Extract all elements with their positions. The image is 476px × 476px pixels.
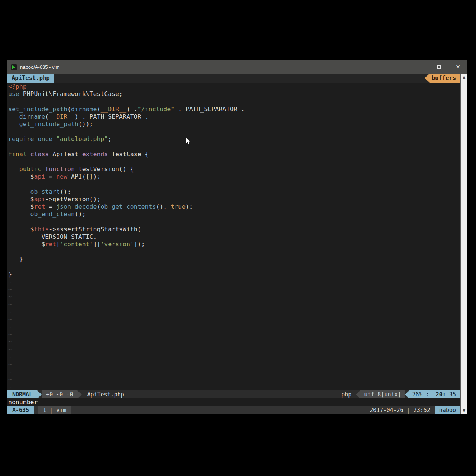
vim-window: naboo/A-635 - vim ✕ ApiTest.php buffers … (7, 60, 467, 414)
empty-line-tilde: ~ (8, 376, 460, 383)
empty-line-tilde: ~ (8, 316, 460, 323)
empty-line-tilde: ~ (8, 300, 460, 308)
powerline-arrow-icon (356, 390, 360, 399)
empty-line-tilde: ~ (8, 383, 460, 391)
code-line: $api->getVersion(); (8, 196, 460, 203)
tab-apitest[interactable]: ApiTest.php (7, 74, 54, 83)
tmux-clock: 2017-04-26 | 23:52 (370, 406, 430, 414)
code-line (8, 158, 460, 165)
cursor-col: 35 (446, 391, 456, 398)
statusline-spacer (129, 390, 337, 398)
buffers-arrow-icon (425, 74, 430, 83)
encoding-indicator: utf-8[unix] (360, 390, 405, 398)
powerline-arrow-icon (37, 390, 42, 399)
code-line: public function testVersion() { (8, 165, 460, 173)
editor-area[interactable]: <?phpuse PHPUnit\Framework\TestCase; set… (7, 83, 460, 390)
code-lines: <?phpuse PHPUnit\Framework\TestCase; set… (7, 83, 460, 390)
empty-line-tilde: ~ (8, 361, 460, 368)
close-button[interactable]: ✕ (448, 60, 467, 74)
code-line: VERSION_STATIC, (8, 233, 460, 241)
empty-line-tilde: ~ (8, 286, 460, 293)
window-title: naboo/A-635 - vim (20, 64, 60, 70)
code-line: dirname(__DIR__) . PATH_SEPARATOR . (8, 113, 460, 120)
code-line: ob_start(); (8, 188, 460, 196)
vim-terminal-icon (11, 64, 17, 70)
code-line: $ret['content']['version']); (8, 241, 460, 248)
code-line: } (8, 255, 460, 263)
powerline-arrow-icon (77, 390, 82, 399)
code-line: get_include_path()); (8, 120, 460, 128)
code-line: require_once "autoload.php"; (8, 135, 460, 143)
position-indicator: 76% : 20: 35 (409, 390, 460, 398)
code-line: $ret = json_decode(ob_get_contents(), tr… (8, 203, 460, 210)
buffers-tag: buffers (425, 74, 460, 83)
code-line: $this->assertStringStartsWith( (8, 226, 460, 233)
tmux-time: 23:52 (414, 407, 430, 414)
cursor-line-num: 20: (436, 391, 446, 398)
code-line (8, 263, 460, 271)
tmux-window-number: 1 (43, 407, 49, 414)
code-line: } (8, 271, 460, 278)
tmux-spacer (71, 406, 370, 414)
code-line (8, 98, 460, 105)
statusline-filename: ApiTest.php (82, 390, 129, 398)
empty-line-tilde: ~ (8, 353, 460, 361)
scroll-up-icon[interactable]: ∧ (461, 74, 467, 81)
empty-line-tilde: ~ (8, 346, 460, 353)
code-line (8, 128, 460, 135)
tabline: ApiTest.php buffers (7, 74, 460, 83)
code-line: $api = new API([]); (8, 173, 460, 180)
empty-line-tilde: ~ (8, 368, 460, 376)
filetype-indicator: php (337, 390, 356, 398)
tmux-window-name: vim (56, 407, 66, 414)
code-line: <?php (8, 83, 460, 90)
tmux-hostname: naboo (435, 406, 460, 414)
code-line (8, 218, 460, 225)
empty-line-tilde: ~ (8, 338, 460, 345)
code-line (8, 143, 460, 151)
mouse-cursor-icon (186, 137, 191, 145)
maximize-icon (437, 65, 441, 69)
scrollbar[interactable]: ∧ ∨ (460, 74, 467, 414)
code-line: ob_end_clean(); (8, 210, 460, 218)
tmux-statusbar: A-635 1 | vim 2017-04-26 | 23:52 naboo (7, 406, 460, 414)
titlebar[interactable]: naboo/A-635 - vim ✕ (7, 60, 467, 74)
empty-line-tilde: ~ (8, 331, 460, 338)
tmux-date: 2017-04-26 (370, 407, 406, 414)
close-icon: ✕ (456, 64, 460, 70)
cursor-line (429, 391, 436, 398)
empty-line-tilde: ~ (8, 323, 460, 331)
tmux-session-name[interactable]: A-635 (7, 406, 34, 414)
empty-line-tilde: ~ (8, 293, 460, 300)
empty-line-tilde: ~ (8, 308, 460, 316)
powerline-arrow-icon (405, 390, 409, 399)
minimize-button[interactable] (411, 60, 430, 74)
tmux-clock-separator: | (407, 407, 414, 414)
scroll-percent: 76% : (412, 391, 429, 398)
statusline: NORMAL +0 ~0 -0 ApiTest.php php utf-8[un… (7, 390, 460, 398)
scroll-down-icon[interactable]: ∨ (461, 406, 467, 414)
tmux-window-separator: | (49, 407, 56, 414)
code-line (8, 248, 460, 255)
code-line (8, 180, 460, 188)
buffers-label: buffers (430, 74, 460, 83)
code-line: set_include_path(dirname(__DIR__) ."/inc… (8, 106, 460, 113)
maximize-button[interactable] (430, 60, 448, 74)
changes-indicator: +0 ~0 -0 (42, 390, 77, 398)
minimize-icon (418, 67, 422, 67)
tmux-window-item[interactable]: 1 | vim (38, 406, 71, 414)
code-line: use PHPUnit\Framework\TestCase; (8, 90, 460, 98)
code-line: final class ApiTest extends TestCase { (8, 151, 460, 158)
window-controls: ✕ (411, 60, 467, 74)
command-message: nonumber (8, 398, 460, 406)
empty-line-tilde: ~ (8, 278, 460, 286)
mode-indicator: NORMAL (7, 390, 37, 398)
